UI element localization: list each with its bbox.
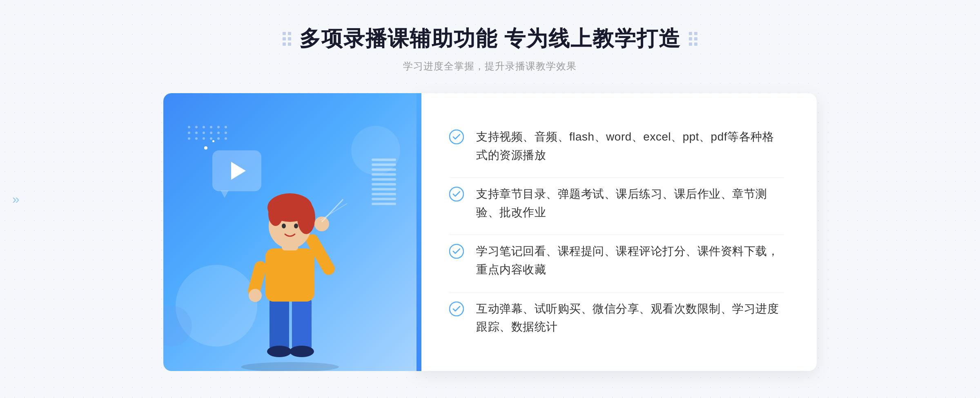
svg-point-16 [249,289,262,302]
illustration-card [163,93,416,371]
subtitle: 学习进度全掌握，提升录播课教学效果 [283,60,697,73]
feature-item-2: 支持章节目录、弹题考试、课后练习、课后作业、章节测验、批改作业 [449,177,784,229]
chevron-icon: » [12,192,20,206]
dot-grid-decoration [188,126,229,140]
svg-rect-2 [292,297,312,351]
blue-accent-bar [416,93,421,371]
main-title: 多项录播课辅助功能 专为线上教学打造 [299,25,681,53]
figure-illustration [212,159,368,371]
right-title-decoration [689,32,697,46]
svg-line-18 [321,203,347,220]
svg-line-17 [322,199,343,222]
check-icon-1 [449,130,464,144]
svg-point-21 [450,244,463,258]
svg-point-12 [268,201,283,226]
svg-point-20 [450,187,463,201]
svg-rect-1 [270,297,289,351]
feature-item-1: 支持视频、音频、flash、word、excel、ppt、pdf等各种格式的资源… [449,121,784,172]
feature-item-4: 互动弹幕、试听购买、微信分享、观看次数限制、学习进度跟踪、数据统计 [449,292,784,344]
svg-point-3 [267,346,292,357]
svg-rect-5 [265,248,314,302]
svg-point-19 [450,130,463,144]
check-icon-4 [449,302,464,316]
svg-point-13 [282,224,286,228]
check-icon-2 [449,187,464,201]
check-icon-3 [449,244,464,259]
feature-text-1: 支持视频、音频、flash、word、excel、ppt、pdf等各种格式的资源… [476,128,784,165]
features-card: 支持视频、音频、flash、word、excel、ppt、pdf等各种格式的资源… [416,93,817,371]
left-chevron-decoration: » [12,192,20,206]
sparkle-2 [212,140,214,142]
feature-text-2: 支持章节目录、弹题考试、课后练习、课后作业、章节测验、批改作业 [476,185,784,222]
svg-point-22 [450,302,463,316]
svg-point-4 [290,346,314,357]
feature-text-3: 学习笔记回看、课程提问、课程评论打分、课件资料下载，重点内容收藏 [476,242,784,279]
page-wrapper: 多项录播课辅助功能 专为线上教学打造 学习进度全掌握，提升录播课教学效果 [0,0,980,398]
feature-text-4: 互动弹幕、试听购买、微信分享、观看次数限制、学习进度跟踪、数据统计 [476,300,784,337]
svg-point-11 [297,201,315,234]
sparkle-1 [204,146,207,150]
content-area: 支持视频、音频、flash、word、excel、ppt、pdf等各种格式的资源… [163,93,817,371]
left-title-decoration [283,32,291,46]
svg-point-14 [294,224,298,228]
svg-point-0 [241,362,339,371]
feature-item-3: 学习笔记回看、课程提问、课程评论打分、课件资料下载，重点内容收藏 [449,235,784,286]
title-row: 多项录播课辅助功能 专为线上教学打造 [283,25,697,53]
header-section: 多项录播课辅助功能 专为线上教学打造 学习进度全掌握，提升录播课教学效果 [283,25,697,73]
